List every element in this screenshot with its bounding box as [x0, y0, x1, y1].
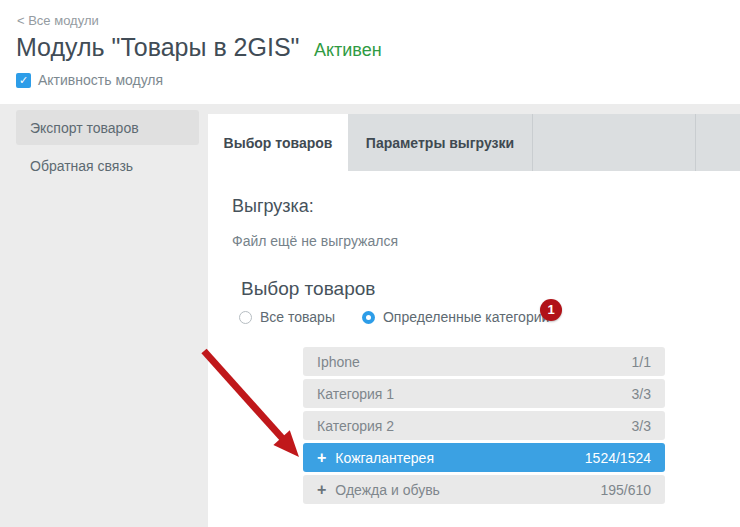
category-row[interactable]: Категория 2 3/3 — [303, 411, 665, 440]
category-name: Одежда и обувь — [335, 482, 592, 498]
tab-divider — [532, 114, 533, 171]
upload-status-text: Файл ещё не выгружался — [232, 233, 398, 249]
category-count: 3/3 — [632, 418, 651, 434]
upload-heading: Выгрузка: — [232, 196, 314, 217]
module-settings-page: < Все модули Модуль "Товары в 2GIS" Акти… — [0, 0, 740, 527]
category-count: 1524/1524 — [585, 450, 651, 466]
tab-export-parameters[interactable]: Параметры выгрузки — [348, 114, 532, 171]
category-name: Категория 1 — [317, 386, 624, 402]
status-badge: Активен — [314, 40, 382, 60]
tab-label: Параметры выгрузки — [366, 135, 514, 151]
category-count: 3/3 — [632, 386, 651, 402]
page-title: Модуль "Товары в 2GIS" — [16, 33, 299, 61]
category-row[interactable]: + Одежда и обувь 195/610 — [303, 475, 665, 504]
category-row[interactable]: Iphone 1/1 — [303, 347, 665, 376]
radio-specific-categories-label[interactable]: Определенные категории — [383, 309, 549, 325]
category-row[interactable]: Категория 1 3/3 — [303, 379, 665, 408]
expand-plus-icon[interactable]: + — [317, 450, 326, 466]
category-name: Iphone — [317, 354, 624, 370]
annotation-step-badge: 1 — [540, 299, 562, 321]
back-to-modules-link[interactable]: < Все модули — [17, 13, 99, 28]
module-activity-row: ✓ Активность модуля — [16, 72, 163, 88]
tab-label: Выбор товаров — [224, 135, 333, 151]
sidebar-item-feedback[interactable]: Обратная связь — [16, 148, 199, 183]
category-row-selected[interactable]: + Кожгалантерея 1524/1524 — [303, 443, 665, 472]
activity-checkbox-label: Активность модуля — [38, 72, 163, 88]
product-scope-radios: Все товары Определенные категории — [239, 309, 549, 325]
category-name: Категория 2 — [317, 418, 624, 434]
category-list: Iphone 1/1 Категория 1 3/3 Категория 2 3… — [303, 347, 665, 504]
category-count: 1/1 — [632, 354, 651, 370]
title-row: Модуль "Товары в 2GIS" Активен — [16, 33, 382, 62]
tab-product-selection[interactable]: Выбор товаров — [208, 114, 348, 171]
activity-checkbox[interactable]: ✓ — [16, 73, 31, 88]
radio-all-products[interactable] — [239, 311, 252, 324]
selection-heading: Выбор товаров — [241, 278, 375, 300]
sidebar-item-label: Обратная связь — [16, 158, 133, 174]
category-name: Кожгалантерея — [335, 450, 576, 466]
sidebar-item-export[interactable]: Экспорт товаров — [16, 110, 199, 145]
radio-all-products-label[interactable]: Все товары — [260, 309, 335, 325]
checkmark-icon: ✓ — [19, 74, 28, 86]
expand-plus-icon[interactable]: + — [317, 482, 326, 498]
category-count: 195/610 — [600, 482, 651, 498]
tab-divider — [695, 114, 696, 171]
sidebar-item-label: Экспорт товаров — [16, 120, 139, 136]
radio-specific-categories[interactable] — [362, 311, 375, 324]
